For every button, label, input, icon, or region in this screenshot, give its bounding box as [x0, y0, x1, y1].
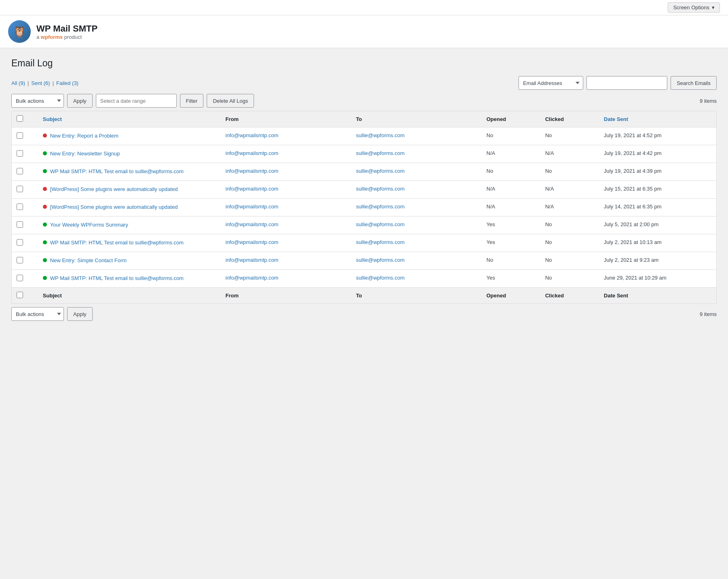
search-type-select[interactable]: Email Addresses	[518, 76, 583, 90]
row-clicked-cell: No	[540, 252, 599, 270]
apply-label-top: Apply	[73, 98, 87, 104]
row-to-cell: sullie@wpforms.com	[351, 234, 482, 252]
status-dot	[43, 240, 47, 244]
footer-opened: Opened	[482, 288, 540, 304]
status-dot	[43, 169, 47, 173]
page-title: Email Log	[11, 58, 717, 69]
footer-subject: Subject	[38, 288, 221, 304]
row-checkbox[interactable]	[17, 204, 23, 210]
footer-to: To	[351, 288, 482, 304]
items-count-top: 9 items	[700, 98, 717, 104]
to-link[interactable]: sullie@wpforms.com	[356, 168, 404, 174]
row-check-cell	[12, 163, 38, 181]
to-link[interactable]: sullie@wpforms.com	[356, 221, 404, 227]
row-check-cell	[12, 234, 38, 252]
search-emails-label: Search Emails	[677, 80, 711, 86]
select-all-footer-checkbox[interactable]	[17, 292, 23, 298]
subject-link[interactable]: WP Mail SMTP: HTML Test email to sullie@…	[50, 239, 184, 246]
row-checkbox[interactable]	[17, 221, 23, 228]
subject-link[interactable]: WP Mail SMTP: HTML Test email to sullie@…	[50, 168, 184, 175]
header-clicked: Clicked	[540, 111, 599, 127]
search-emails-button[interactable]: Search Emails	[671, 76, 717, 90]
subject-link[interactable]: Your Weekly WPForms Summary	[50, 221, 128, 229]
apply-button-bottom[interactable]: Apply	[67, 307, 93, 321]
to-link[interactable]: sullie@wpforms.com	[356, 132, 404, 138]
header-check	[12, 111, 38, 127]
row-check-cell	[12, 216, 38, 234]
screen-options-button[interactable]: Screen Options ▾	[668, 2, 720, 13]
row-checkbox[interactable]	[17, 239, 23, 246]
row-subject-cell: Your Weekly WPForms Summary	[38, 216, 221, 234]
subject-sort-link[interactable]: Subject	[43, 116, 62, 122]
row-checkbox[interactable]	[17, 257, 23, 263]
table-row: New Entry: Simple Contact Forminfo@wpmai…	[12, 252, 717, 270]
top-bar: Screen Options ▾	[0, 0, 728, 15]
filter-failed-link[interactable]: Failed (3)	[56, 80, 78, 86]
main-content: Email Log All (9) | Sent (6) | Failed (3…	[0, 48, 728, 331]
from-link[interactable]: info@wpmailsmtp.com	[226, 275, 279, 281]
logo-icon: 🦉	[13, 25, 26, 38]
row-subject-cell: [WordPress] Some plugins were automatica…	[38, 199, 221, 216]
brand-suffix: product	[64, 34, 82, 40]
to-link[interactable]: sullie@wpforms.com	[356, 204, 404, 210]
filter-sent-link[interactable]: Sent (6)	[31, 80, 50, 86]
row-checkbox[interactable]	[17, 132, 23, 139]
subject-link[interactable]: [WordPress] Some plugins were automatica…	[50, 186, 178, 193]
from-link[interactable]: info@wpmailsmtp.com	[226, 168, 279, 174]
search-input[interactable]	[586, 76, 667, 90]
row-clicked-cell: N/A	[540, 199, 599, 216]
row-checkbox[interactable]	[17, 186, 23, 192]
to-link[interactable]: sullie@wpforms.com	[356, 186, 404, 192]
table-row: New Entry: Newsletter Signupinfo@wpmails…	[12, 145, 717, 163]
row-checkbox[interactable]	[17, 150, 23, 157]
from-link[interactable]: info@wpmailsmtp.com	[226, 239, 279, 245]
filter-button[interactable]: Filter	[180, 94, 204, 108]
row-date-sent-cell: July 19, 2021 at 4:42 pm	[599, 145, 716, 163]
toolbar-bottom: Bulk actions Apply 9 items	[11, 307, 717, 321]
subject-link[interactable]: WP Mail SMTP: HTML Test email to sullie@…	[50, 275, 184, 282]
apply-button-top[interactable]: Apply	[67, 94, 93, 108]
from-link[interactable]: info@wpmailsmtp.com	[226, 204, 279, 210]
app-header: 🦉 WP Mail SMTP a wpforms product	[0, 15, 728, 48]
to-link[interactable]: sullie@wpforms.com	[356, 150, 404, 156]
from-link[interactable]: info@wpmailsmtp.com	[226, 257, 279, 263]
row-from-cell: info@wpmailsmtp.com	[221, 163, 351, 181]
row-checkbox[interactable]	[17, 168, 23, 174]
subject-link[interactable]: New Entry: Newsletter Signup	[50, 150, 120, 157]
from-link[interactable]: info@wpmailsmtp.com	[226, 132, 279, 138]
row-checkbox[interactable]	[17, 275, 23, 281]
subject-link[interactable]: New Entry: Simple Contact Form	[50, 257, 127, 264]
bulk-actions-select-top[interactable]: Bulk actions	[11, 94, 64, 108]
date-sent-sort-link[interactable]: Date Sent	[604, 116, 628, 122]
table-row: Your Weekly WPForms Summaryinfo@wpmailsm…	[12, 216, 717, 234]
row-date-sent-cell: July 2, 2021 at 9:23 am	[599, 252, 716, 270]
from-link[interactable]: info@wpmailsmtp.com	[226, 150, 279, 156]
row-check-cell	[12, 181, 38, 199]
row-clicked-cell: No	[540, 216, 599, 234]
date-range-input[interactable]	[96, 94, 177, 108]
footer-subject-sort[interactable]: Subject	[43, 293, 62, 299]
filter-all-link[interactable]: All (9)	[11, 80, 25, 86]
header-opened: Opened	[482, 111, 540, 127]
subject-link[interactable]: [WordPress] Some plugins were automatica…	[50, 204, 178, 211]
from-link[interactable]: info@wpmailsmtp.com	[226, 221, 279, 227]
subject-link[interactable]: New Entry: Report a Problem	[50, 132, 119, 140]
row-from-cell: info@wpmailsmtp.com	[221, 199, 351, 216]
header-to: To	[351, 111, 482, 127]
row-subject-cell: New Entry: Newsletter Signup	[38, 145, 221, 163]
footer-from: From	[221, 288, 351, 304]
footer-date-sort[interactable]: Date Sent	[604, 293, 628, 299]
from-link[interactable]: info@wpmailsmtp.com	[226, 186, 279, 192]
delete-all-logs-button[interactable]: Delete All Logs	[207, 94, 254, 108]
bulk-actions-select-bottom[interactable]: Bulk actions	[11, 307, 64, 321]
search-area: Email Addresses Search Emails	[518, 76, 717, 90]
status-dot	[43, 258, 47, 262]
table-row: WP Mail SMTP: HTML Test email to sullie@…	[12, 234, 717, 252]
toolbar-left: Bulk actions Apply Filter Delete All Log…	[11, 94, 254, 108]
select-all-checkbox[interactable]	[17, 115, 23, 122]
to-link[interactable]: sullie@wpforms.com	[356, 275, 404, 281]
row-check-cell	[12, 270, 38, 288]
to-link[interactable]: sullie@wpforms.com	[356, 257, 404, 263]
to-link[interactable]: sullie@wpforms.com	[356, 239, 404, 245]
row-opened-cell: N/A	[482, 181, 540, 199]
